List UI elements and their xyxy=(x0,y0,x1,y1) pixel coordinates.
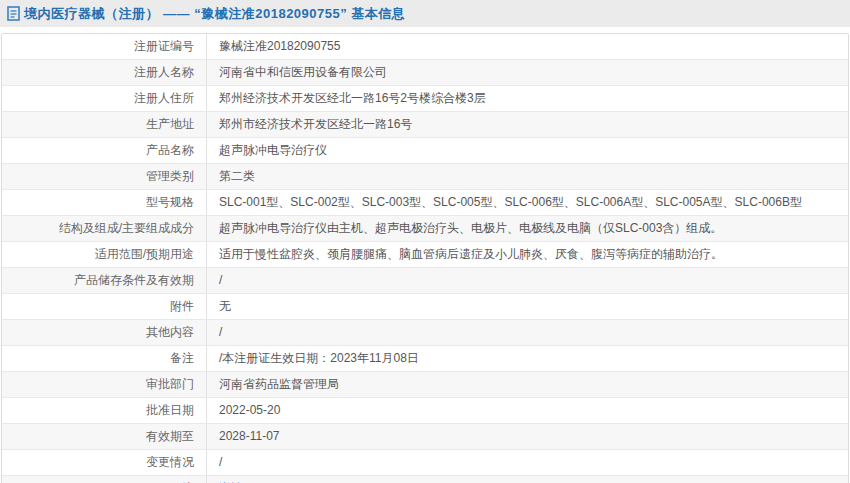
page-header: 境内医疗器械（注册） —— “豫械注准20182090755” 基本信息 xyxy=(0,0,850,27)
table-row: 注册人住所 郑州经济技术开发区经北一路16号2号楼综合楼3层 xyxy=(2,86,848,112)
table-row: 备注 /本注册证生效日期：2023年11月08日 xyxy=(2,346,848,372)
page-title: 境内医疗器械（注册） —— “豫械注准20182090755” 基本信息 xyxy=(24,5,405,23)
row-value: 超声脉冲电导治疗仪 xyxy=(207,138,848,163)
row-label: 批准日期 xyxy=(2,398,207,423)
row-label: 适用范围/预期用途 xyxy=(2,242,207,267)
row-value: 第二类 xyxy=(207,164,848,189)
table-row: 其他内容 / xyxy=(2,320,848,346)
info-table: 注册证编号 豫械注准20182090755 注册人名称 河南省中和信医用设备有限… xyxy=(1,33,849,483)
table-row: 适用范围/预期用途 适用于慢性盆腔炎、颈肩腰腿痛、脑血管病后遗症及小儿肺炎、厌食… xyxy=(2,242,848,268)
row-label: 生产地址 xyxy=(2,112,207,137)
table-row: 有效期至 2028-11-07 xyxy=(2,424,848,450)
table-row: 结构及组成/主要组成成分 超声脉冲电导治疗仪由主机、超声电极治疗头、电极片、电极… xyxy=(2,216,848,242)
row-value: SLC-001型、SLC-002型、SLC-003型、SLC-005型、SLC-… xyxy=(207,190,848,215)
row-label: 其他内容 xyxy=(2,320,207,345)
row-label: 管理类别 xyxy=(2,164,207,189)
row-value: / xyxy=(207,268,848,293)
table-row: 注册证编号 豫械注准20182090755 xyxy=(2,34,848,60)
row-label: 结构及组成/主要组成成分 xyxy=(2,216,207,241)
row-value: 适用于慢性盆腔炎、颈肩腰腿痛、脑血管病后遗症及小儿肺炎、厌食、腹泻等病症的辅助治… xyxy=(207,242,848,267)
row-value: 详情 xyxy=(207,476,848,483)
row-value: 2022-05-20 xyxy=(207,398,848,423)
row-label: 有效期至 xyxy=(2,424,207,449)
table-row: 管理类别 第二类 xyxy=(2,164,848,190)
document-icon xyxy=(7,6,20,21)
table-row: 型号规格 SLC-001型、SLC-002型、SLC-003型、SLC-005型… xyxy=(2,190,848,216)
row-label: 注册人住所 xyxy=(2,86,207,111)
table-row: 附件 无 xyxy=(2,294,848,320)
table-row: 批准日期 2022-05-20 xyxy=(2,398,848,424)
row-label: 产品储存条件及有效期 xyxy=(2,268,207,293)
row-label: 型号规格 xyxy=(2,190,207,215)
row-label: 备注 xyxy=(2,346,207,371)
table-row: 变更情况 / xyxy=(2,450,848,476)
row-label: 注册证编号 xyxy=(2,34,207,59)
row-value: 河南省中和信医用设备有限公司 xyxy=(207,60,848,85)
row-label: 注册人名称 xyxy=(2,60,207,85)
table-row: 产品储存条件及有效期 / xyxy=(2,268,848,294)
row-value: /本注册证生效日期：2023年11月08日 xyxy=(207,346,848,371)
row-label: 附件 xyxy=(2,294,207,319)
row-value: 2028-11-07 xyxy=(207,424,848,449)
table-row: 产品名称 超声脉冲电导治疗仪 xyxy=(2,138,848,164)
row-value: 郑州经济技术开发区经北一路16号2号楼综合楼3层 xyxy=(207,86,848,111)
row-value: 郑州市经济技术开发区经北一路16号 xyxy=(207,112,848,137)
row-value: 豫械注准20182090755 xyxy=(207,34,848,59)
row-value: / xyxy=(207,320,848,345)
table-row: 注册人名称 河南省中和信医用设备有限公司 xyxy=(2,60,848,86)
row-value: 河南省药品监督管理局 xyxy=(207,372,848,397)
row-label: 变更情况 xyxy=(2,450,207,475)
row-value: 超声脉冲电导治疗仪由主机、超声电极治疗头、电极片、电极线及电脑（仅SLC-003… xyxy=(207,216,848,241)
row-value: / xyxy=(207,450,848,475)
table-row: 生产地址 郑州市经济技术开发区经北一路16号 xyxy=(2,112,848,138)
row-value: 无 xyxy=(207,294,848,319)
row-label: 审批部门 xyxy=(2,372,207,397)
row-label: 注 xyxy=(2,476,207,483)
table-row: 审批部门 河南省药品监督管理局 xyxy=(2,372,848,398)
table-row: 注 详情 xyxy=(2,476,848,483)
row-label: 产品名称 xyxy=(2,138,207,163)
